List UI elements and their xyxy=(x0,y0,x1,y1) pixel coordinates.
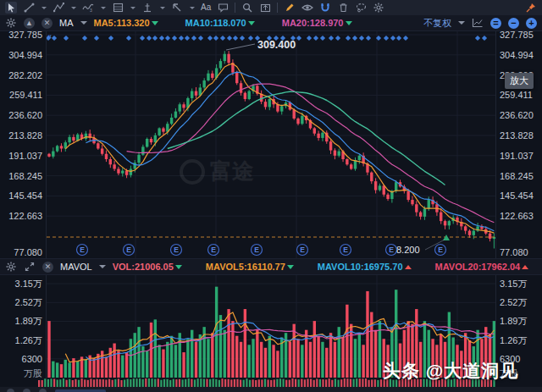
collapse-pane-icon[interactable]: ▲ xyxy=(24,18,35,29)
svg-text:E: E xyxy=(254,246,259,254)
volume-tick-label: 1.26万 xyxy=(15,334,42,346)
volume-indicator-bar: ✕ MAVOL VOL:21006.05 MAVOL5:16110.77 MAV… xyxy=(0,258,542,275)
price-tick-label: 168.245 xyxy=(500,171,534,181)
price-axis-right: 327.785304.994282.202259.411236.620213.8… xyxy=(495,31,542,258)
volume-tick-label: 3.15万 xyxy=(500,278,527,290)
vol-change-down-icon xyxy=(175,265,182,269)
price-tick-label: 122.663 xyxy=(8,211,42,221)
ma10-value[interactable]: MA10:118.070 xyxy=(185,18,255,28)
price-tick-label: 168.245 xyxy=(8,171,42,181)
partial-close-icon[interactable] xyxy=(39,389,47,392)
volume-tick-label: 1.89万 xyxy=(15,315,42,328)
price-tick-label: 213.828 xyxy=(8,130,42,141)
partial-expand-icon[interactable] xyxy=(23,389,30,392)
price-tick-label: 191.037 xyxy=(500,151,534,161)
wave-tool-icon[interactable]: 3 xyxy=(82,2,94,14)
platform-logo-icon xyxy=(180,159,205,185)
svg-text:E: E xyxy=(343,246,348,254)
expand-pane-icon[interactable] xyxy=(24,261,36,273)
screenshot-export-icon[interactable] xyxy=(259,2,271,14)
price-tick-label: 236.620 xyxy=(8,110,42,120)
ma5-value[interactable]: MA5:113.320 xyxy=(94,18,158,28)
price-tick-label: 259.411 xyxy=(500,90,533,100)
mavol-selector-chevron-icon[interactable] xyxy=(99,265,106,268)
price-tick-label: 77.080 xyxy=(14,247,42,257)
brand-watermark: 头条 @大道洞见 xyxy=(383,359,518,383)
svg-text:«: « xyxy=(47,32,52,41)
svg-text:E: E xyxy=(80,246,85,254)
volume-tick-label: 3.15万 xyxy=(15,278,42,290)
arrow-tool-icon[interactable] xyxy=(171,2,183,14)
axis-scale-icon[interactable] xyxy=(472,17,484,29)
price-tick-label: 259.411 xyxy=(9,90,42,100)
pin-toolbar-icon[interactable] xyxy=(525,2,537,14)
ma-selector[interactable]: MA xyxy=(59,18,74,28)
platform-watermark: 富途 xyxy=(180,157,254,186)
price-tick-label: 327.785 xyxy=(8,30,42,40)
volume-tick-label: 2.52万 xyxy=(15,296,42,309)
ma20-change-down-icon xyxy=(346,21,352,25)
text-tool-icon[interactable]: Aa xyxy=(201,2,211,14)
mavol-selector[interactable]: MAVOL xyxy=(60,262,92,272)
ma-selector-chevron-icon[interactable] xyxy=(80,21,87,25)
price-tick-label: 145.454 xyxy=(500,190,534,201)
svg-text:309.400: 309.400 xyxy=(257,39,296,51)
ma10-change-down-icon xyxy=(248,21,255,25)
vline-dropdown-icon[interactable] xyxy=(160,7,165,9)
svg-text:E: E xyxy=(211,246,216,254)
svg-text:E: E xyxy=(174,246,179,254)
mavol10-value[interactable]: MAVOL10:16975.70 xyxy=(318,262,412,272)
polyline-dropdown-icon[interactable] xyxy=(71,7,76,9)
price-tick-label: 213.828 xyxy=(500,130,534,141)
mavol20-change-up-icon xyxy=(522,265,528,269)
pointer-tool-icon[interactable] xyxy=(5,2,17,14)
magnet-snap-icon[interactable] xyxy=(319,2,331,14)
price-axis-left: 327.785304.994282.202259.411236.620213.8… xyxy=(0,31,47,258)
indicator-settings-gear-icon[interactable] xyxy=(5,17,17,29)
zoom-in-button[interactable]: + xyxy=(526,18,537,29)
volume-settings-gear-icon[interactable] xyxy=(5,261,17,273)
gann-dropdown-icon[interactable] xyxy=(130,7,136,9)
drawing-settings-gear-icon[interactable] xyxy=(373,2,384,14)
price-tick-label: 191.037 xyxy=(8,151,42,161)
arrow-dropdown-icon[interactable] xyxy=(190,7,195,9)
eye-visibility-icon[interactable] xyxy=(301,2,313,14)
price-tick-label: 327.785 xyxy=(500,30,534,40)
zoom-in-tooltip: 放大 xyxy=(505,73,534,89)
ma5-change-down-icon xyxy=(152,21,158,25)
trendline-dropdown-icon[interactable] xyxy=(41,7,47,9)
gann-box-tool-icon[interactable] xyxy=(112,2,124,14)
candlestick-chart-canvas[interactable]: «309.400EEEEEEEEE8.200 xyxy=(47,31,495,258)
lasso-select-icon[interactable] xyxy=(355,2,367,14)
toolbar-divider xyxy=(277,3,278,13)
ma20-value[interactable]: MA20:128.970 xyxy=(282,18,352,28)
price-tick-label: 145.454 xyxy=(8,190,42,201)
trash-icon[interactable] xyxy=(337,2,349,14)
vertical-line-tool-icon[interactable] xyxy=(141,2,153,14)
polyline-tool-icon[interactable] xyxy=(53,2,64,14)
trendline-tool-icon[interactable] xyxy=(23,2,35,14)
svg-text:8.200: 8.200 xyxy=(396,245,420,255)
mavol20-value[interactable]: MAVOL20:17962.04 xyxy=(435,262,529,272)
pencil-edit-icon[interactable] xyxy=(284,2,296,14)
volume-tick-label: 1.89万 xyxy=(500,315,527,328)
toolbar-divider xyxy=(235,3,235,13)
search-icon[interactable] xyxy=(241,2,253,14)
svg-text:3: 3 xyxy=(90,8,92,13)
svg-text:E: E xyxy=(126,246,131,254)
price-tick-label: 304.994 xyxy=(8,50,42,60)
zoom-out-button[interactable]: − xyxy=(508,18,519,29)
close-pane-icon[interactable]: ✕ xyxy=(41,18,53,29)
wave-dropdown-icon[interactable] xyxy=(101,7,106,9)
close-volume-pane-icon[interactable]: ✕ xyxy=(42,262,53,273)
vol-value[interactable]: VOL:21006.05 xyxy=(113,262,182,272)
callout-tool-icon[interactable] xyxy=(217,2,229,14)
svg-text:E: E xyxy=(438,246,443,254)
mavol5-value[interactable]: MAVOL5:16110.77 xyxy=(206,262,294,272)
partial-gear-icon[interactable] xyxy=(7,389,14,392)
adjust-mode-select[interactable]: 不复权 xyxy=(423,17,451,30)
auto-scale-button[interactable]: = xyxy=(490,18,501,29)
main-chart-pane[interactable]: 327.785304.994282.202259.411236.620213.8… xyxy=(0,31,542,258)
mavol5-change-down-icon xyxy=(287,265,294,269)
adjust-mode-chevron-icon[interactable] xyxy=(458,21,465,25)
